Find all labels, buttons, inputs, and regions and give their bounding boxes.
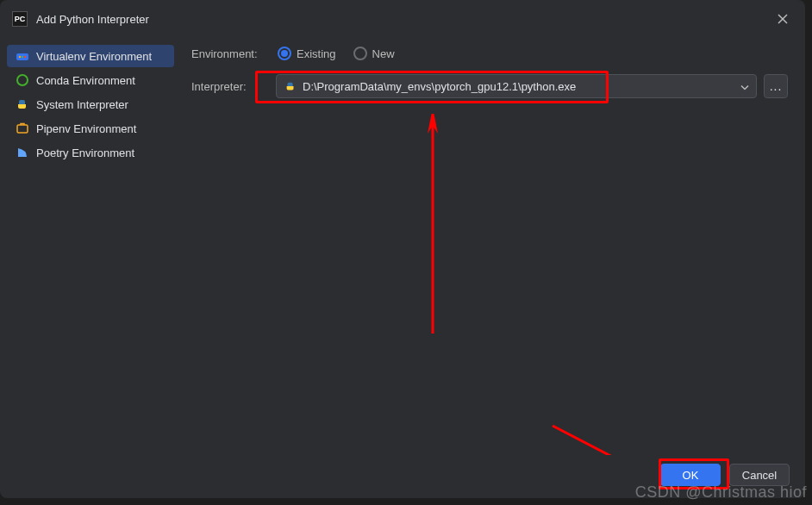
close-icon xyxy=(778,14,788,24)
svg-point-2 xyxy=(22,56,23,58)
interpreter-path-text: D:\ProgramData\my_envs\pytorch_gpu12.1\p… xyxy=(303,80,576,93)
svg-line-7 xyxy=(553,426,660,455)
titlebar: PC Add Python Interpreter xyxy=(0,0,805,38)
browse-button[interactable]: ... xyxy=(764,74,788,98)
environment-label: Environment: xyxy=(191,47,269,60)
sidebar-item-label: Pipenv Environment xyxy=(36,122,136,135)
sidebar-item-conda[interactable]: Conda Environment xyxy=(7,69,174,91)
main-panel: Environment: Existing New Interpreter: xyxy=(181,38,805,455)
ok-button[interactable]: OK xyxy=(660,464,721,486)
cancel-button[interactable]: Cancel xyxy=(729,464,790,486)
interpreter-dropdown[interactable]: D:\ProgramData\my_envs\pytorch_gpu12.1\p… xyxy=(276,74,757,98)
python-icon xyxy=(284,79,297,93)
sidebar-item-system[interactable]: System Interpreter xyxy=(7,93,174,115)
dialog-title: Add Python Interpreter xyxy=(36,13,149,26)
radio-new[interactable]: New xyxy=(353,47,395,60)
radio-existing[interactable]: Existing xyxy=(278,47,336,60)
add-interpreter-dialog: PC Add Python Interpreter Virtualenv Env… xyxy=(0,0,805,498)
pipenv-icon xyxy=(16,122,29,135)
app-icon: PC xyxy=(12,11,28,27)
sidebar-item-virtualenv[interactable]: Virtualenv Environment xyxy=(7,45,174,67)
chevron-down-icon xyxy=(740,80,749,93)
svg-point-1 xyxy=(19,56,21,58)
sidebar-item-label: Conda Environment xyxy=(36,74,135,87)
environment-row: Environment: Existing New xyxy=(191,47,788,60)
sidebar: Virtualenv Environment Conda Environment… xyxy=(0,38,181,455)
poetry-icon xyxy=(16,146,29,159)
close-button[interactable] xyxy=(772,9,793,29)
sidebar-item-poetry[interactable]: Poetry Environment xyxy=(7,141,174,164)
radio-existing-label: Existing xyxy=(297,47,336,60)
svg-rect-5 xyxy=(17,125,28,133)
dialog-body: Virtualenv Environment Conda Environment… xyxy=(0,38,805,455)
interpreter-row: Interpreter: D:\ProgramData\my_envs\pyto… xyxy=(191,74,788,98)
environment-radio-group: Existing New xyxy=(278,47,395,60)
dialog-footer: OK Cancel xyxy=(0,455,805,498)
annotation-arrow-up xyxy=(420,114,446,338)
python-icon xyxy=(16,97,29,111)
svg-point-3 xyxy=(24,56,26,58)
sidebar-item-label: Virtualenv Environment xyxy=(36,50,152,63)
radio-checked-icon xyxy=(278,47,291,60)
annotation-arrow-diagonal xyxy=(548,421,669,455)
conda-icon xyxy=(16,73,29,87)
radio-new-label: New xyxy=(372,47,395,60)
radio-unchecked-icon xyxy=(353,47,367,60)
sidebar-item-label: System Interpreter xyxy=(36,98,128,111)
venv-icon xyxy=(16,49,29,63)
interpreter-label: Interpreter: xyxy=(191,80,269,93)
sidebar-item-pipenv[interactable]: Pipenv Environment xyxy=(7,117,174,140)
svg-point-4 xyxy=(17,75,28,85)
sidebar-item-label: Poetry Environment xyxy=(36,147,134,159)
